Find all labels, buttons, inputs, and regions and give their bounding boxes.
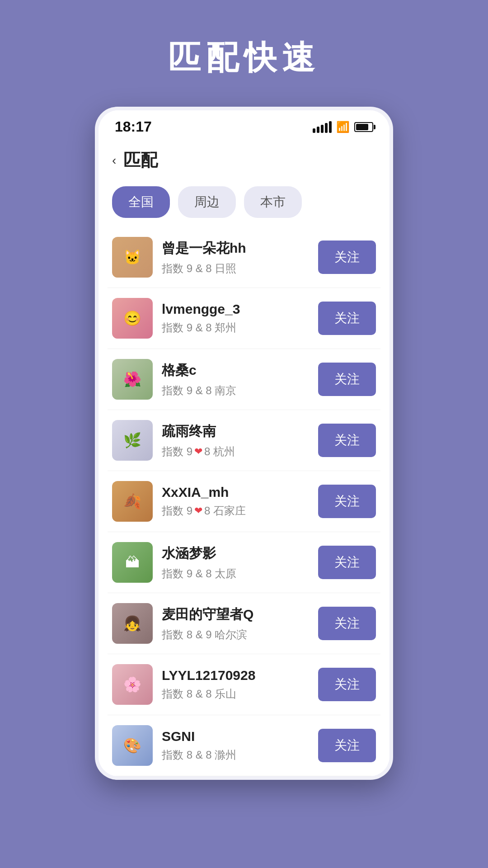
follow-button[interactable]: 关注 — [318, 485, 376, 518]
tab-nearby[interactable]: 周边 — [178, 186, 236, 218]
tab-all[interactable]: 全国 — [112, 186, 170, 218]
user-name: SGNI — [162, 729, 309, 744]
status-time: 18:17 — [115, 118, 152, 135]
user-meta: 指数 9 & 8 太原 — [162, 566, 309, 581]
tab-city[interactable]: 本市 — [244, 186, 302, 218]
list-item: 👧麦田的守望者Q指数 8 & 9 哈尔滨关注 — [108, 593, 380, 654]
user-info: 疏雨终南指数 9❤8 杭州 — [162, 422, 309, 459]
user-meta: 指数 9❤8 杭州 — [162, 444, 309, 459]
follow-button[interactable]: 关注 — [318, 424, 376, 457]
header-title: 匹配 — [123, 149, 158, 172]
list-item: 🎨SGNI指数 8 & 8 滁州关注 — [108, 715, 380, 776]
page-title: 匹配快速 — [168, 36, 320, 80]
user-name: 麦田的守望者Q — [162, 605, 309, 624]
user-meta: 指数 9❤8 石家庄 — [162, 504, 309, 518]
user-index-post: 8 石家庄 — [204, 504, 246, 518]
avatar: 🏔 — [112, 542, 153, 583]
user-name: 格桑c — [162, 361, 309, 380]
user-meta: 指数 9 & 8 日照 — [162, 261, 309, 276]
list-item: 🐱曾是一朵花hh指数 9 & 8 日照关注 — [108, 227, 380, 288]
user-info: 曾是一朵花hh指数 9 & 8 日照 — [162, 239, 309, 276]
follow-button[interactable]: 关注 — [318, 546, 376, 579]
follow-button[interactable]: 关注 — [318, 607, 376, 640]
phone-inner: 18:17 📶 ‹ 匹配 全国 周边 本市 🐱曾是一朵花hh指数 9 & — [99, 110, 389, 776]
avatar: 👧 — [112, 603, 153, 644]
follow-button[interactable]: 关注 — [318, 302, 376, 335]
list-item: 🍂XxXIA_mh指数 9❤8 石家庄关注 — [108, 471, 380, 532]
phone-shell: 18:17 📶 ‹ 匹配 全国 周边 本市 🐱曾是一朵花hh指数 9 & — [95, 107, 393, 780]
status-icons: 📶 — [313, 121, 373, 133]
avatar: 🎨 — [112, 725, 153, 766]
follow-button[interactable]: 关注 — [318, 668, 376, 701]
follow-button[interactable]: 关注 — [318, 363, 376, 396]
user-meta: 指数 8 & 9 哈尔滨 — [162, 627, 309, 642]
user-index-pre: 指数 9 — [162, 504, 192, 518]
user-name: 曾是一朵花hh — [162, 239, 309, 258]
heart-icon: ❤ — [194, 505, 202, 517]
avatar: 🌺 — [112, 359, 153, 400]
user-info: XxXIA_mh指数 9❤8 石家庄 — [162, 485, 309, 518]
follow-button[interactable]: 关注 — [318, 729, 376, 762]
user-info: lvmengge_3指数 9 & 8 郑州 — [162, 302, 309, 335]
user-meta: 指数 8 & 8 滁州 — [162, 748, 309, 762]
user-info: 麦田的守望者Q指数 8 & 9 哈尔滨 — [162, 605, 309, 642]
user-index-pre: 指数 9 — [162, 444, 192, 459]
user-meta: 指数 8 & 8 乐山 — [162, 687, 309, 701]
status-bar: 18:17 📶 — [99, 110, 389, 140]
wifi-icon: 📶 — [336, 121, 350, 133]
signal-icon — [313, 121, 332, 133]
user-name: lvmengge_3 — [162, 302, 309, 317]
back-button[interactable]: ‹ — [112, 153, 116, 168]
list-item: 🏔水涵梦影指数 9 & 8 太原关注 — [108, 532, 380, 593]
user-index-post: 8 杭州 — [204, 444, 235, 459]
list-item: 😊lvmengge_3指数 9 & 8 郑州关注 — [108, 288, 380, 349]
user-meta: 指数 9 & 8 南京 — [162, 383, 309, 398]
list-item: 🌺格桑c指数 9 & 8 南京关注 — [108, 349, 380, 410]
user-name: XxXIA_mh — [162, 485, 309, 500]
user-name: 疏雨终南 — [162, 422, 309, 441]
user-info: 水涵梦影指数 9 & 8 太原 — [162, 544, 309, 581]
user-info: LYYL12170928指数 8 & 8 乐山 — [162, 668, 309, 701]
heart-icon: ❤ — [194, 446, 202, 458]
user-name: 水涵梦影 — [162, 544, 309, 563]
avatar: 🌸 — [112, 664, 153, 705]
user-info: SGNI指数 8 & 8 滁州 — [162, 729, 309, 762]
avatar: 🌿 — [112, 420, 153, 461]
list-item: 🌸LYYL12170928指数 8 & 8 乐山关注 — [108, 654, 380, 715]
battery-icon — [354, 122, 373, 132]
avatar: 🐱 — [112, 237, 153, 278]
avatar: 😊 — [112, 298, 153, 339]
list-item: 🌿疏雨终南指数 9❤8 杭州关注 — [108, 410, 380, 471]
filter-tabs: 全国 周边 本市 — [99, 179, 389, 227]
user-list: 🐱曾是一朵花hh指数 9 & 8 日照关注😊lvmengge_3指数 9 & 8… — [99, 227, 389, 776]
avatar: 🍂 — [112, 481, 153, 522]
user-info: 格桑c指数 9 & 8 南京 — [162, 361, 309, 398]
user-name: LYYL12170928 — [162, 668, 309, 683]
header: ‹ 匹配 — [99, 140, 389, 179]
user-meta: 指数 9 & 8 郑州 — [162, 321, 309, 335]
follow-button[interactable]: 关注 — [318, 241, 376, 274]
